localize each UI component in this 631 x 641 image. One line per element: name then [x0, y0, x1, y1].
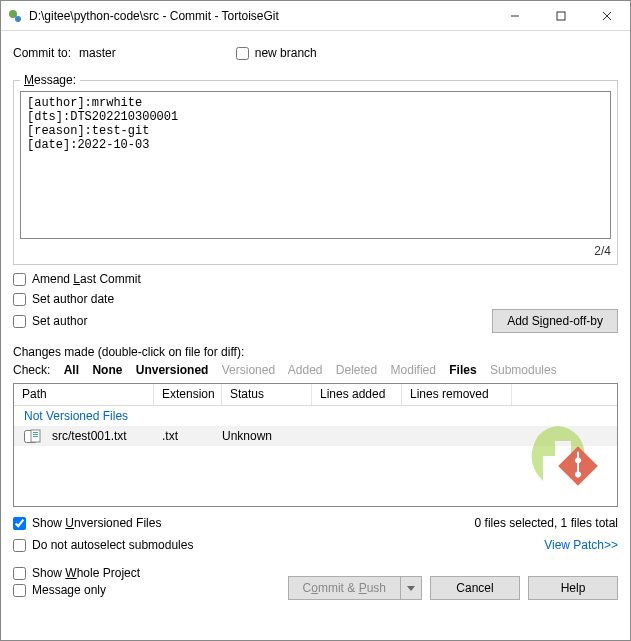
message-legend: Message: — [20, 73, 80, 87]
file-icon — [28, 429, 44, 443]
file-lines-added — [304, 434, 394, 438]
svg-point-11 — [574, 456, 582, 464]
do-not-autoselect-checkbox[interactable]: Do not autoselect submodules — [13, 538, 193, 552]
filter-all[interactable]: All — [64, 363, 79, 377]
filter-files[interactable]: Files — [449, 363, 476, 377]
amend-last-commit-checkbox[interactable]: Amend Last Commit — [13, 272, 618, 286]
show-whole-project-checkbox[interactable]: Show Whole Project — [13, 566, 288, 580]
svg-rect-10 — [558, 446, 598, 486]
message-only-checkbox[interactable]: Message only — [13, 583, 288, 597]
help-button[interactable]: Help — [528, 576, 618, 600]
svg-line-13 — [571, 460, 585, 474]
filter-added[interactable]: Added — [288, 363, 323, 377]
file-row[interactable]: src/test001.txt .txt Unknown — [14, 426, 617, 446]
svg-point-12 — [574, 470, 582, 478]
titlebar: D:\gitee\python-code\src - Commit - Tort… — [1, 1, 630, 31]
svg-point-0 — [9, 10, 17, 18]
show-unversioned-input[interactable] — [13, 517, 26, 530]
set-author-date-checkbox[interactable]: Set author date — [13, 292, 618, 306]
col-extension[interactable]: Extension — [154, 384, 222, 405]
svg-line-14 — [574, 452, 582, 460]
show-whole-project-input[interactable] — [13, 567, 26, 580]
filter-versioned[interactable]: Versioned — [222, 363, 275, 377]
close-button[interactable] — [584, 1, 630, 31]
col-lines-added[interactable]: Lines added — [312, 384, 402, 405]
commit-message-input[interactable] — [20, 91, 611, 239]
svg-rect-8 — [33, 434, 38, 435]
message-only-label: Message only — [32, 583, 106, 597]
do-not-autoselect-input[interactable] — [13, 539, 26, 552]
selection-summary: 0 files selected, 1 files total — [475, 516, 618, 530]
do-not-autoselect-label: Do not autoselect submodules — [32, 538, 193, 552]
filter-submodules[interactable]: Submodules — [490, 363, 557, 377]
new-branch-checkbox[interactable]: new branch — [236, 46, 317, 60]
filter-none[interactable]: None — [92, 363, 122, 377]
set-author-date-label: Set author date — [32, 292, 114, 306]
cancel-button[interactable]: Cancel — [430, 576, 520, 600]
maximize-button[interactable] — [538, 1, 584, 31]
check-label: Check: — [13, 363, 50, 377]
commit-push-button[interactable]: Commit & Push — [288, 576, 400, 600]
filter-modified[interactable]: Modified — [391, 363, 436, 377]
filter-deleted[interactable]: Deleted — [336, 363, 377, 377]
svg-point-1 — [15, 16, 21, 22]
set-author-label: Set author — [32, 314, 87, 328]
message-counter: 2/4 — [20, 244, 611, 258]
file-path: src/test001.txt — [44, 427, 154, 445]
show-whole-project-label: Show Whole Project — [32, 566, 140, 580]
col-lines-removed[interactable]: Lines removed — [402, 384, 512, 405]
filter-unversioned[interactable]: Unversioned — [136, 363, 209, 377]
file-lines-removed — [394, 434, 504, 438]
window-title: D:\gitee\python-code\src - Commit - Tort… — [29, 9, 492, 23]
svg-rect-9 — [33, 436, 38, 437]
file-list-header: Path Extension Status Lines added Lines … — [14, 384, 617, 406]
set-author-input[interactable] — [13, 315, 26, 328]
set-author-checkbox[interactable]: Set author — [13, 314, 87, 328]
message-only-input[interactable] — [13, 584, 26, 597]
message-group: Message: 2/4 — [13, 73, 618, 265]
add-signed-off-by-button[interactable]: Add Signed-off-by — [492, 309, 618, 333]
col-status[interactable]: Status — [222, 384, 312, 405]
section-not-versioned: Not Versioned Files — [14, 406, 617, 426]
minimize-button[interactable] — [492, 1, 538, 31]
file-ext: .txt — [154, 427, 214, 445]
commit-push-dropdown[interactable] — [400, 576, 422, 600]
app-icon — [7, 8, 23, 24]
show-unversioned-label: Show Unversioned Files — [32, 516, 161, 530]
amend-last-commit-label: Amend Last Commit — [32, 272, 141, 286]
show-unversioned-checkbox[interactable]: Show Unversioned Files — [13, 516, 161, 530]
check-filters: Check: All None Unversioned Versioned Ad… — [13, 363, 618, 377]
svg-rect-7 — [33, 432, 38, 433]
chevron-down-icon — [407, 584, 415, 592]
commit-to-label: Commit to: — [13, 46, 71, 60]
commit-push-split-button[interactable]: Commit & Push — [288, 576, 422, 600]
message-legend-text: essage: — [34, 73, 76, 87]
new-branch-input[interactable] — [236, 47, 249, 60]
svg-rect-3 — [557, 12, 565, 20]
file-status: Unknown — [214, 427, 304, 445]
branch-name: master — [79, 46, 116, 60]
file-list: Path Extension Status Lines added Lines … — [13, 383, 618, 507]
col-path[interactable]: Path — [14, 384, 154, 405]
changes-made-label: Changes made (double-click on file for d… — [13, 345, 618, 359]
new-branch-label: new branch — [255, 46, 317, 60]
amend-last-commit-input[interactable] — [13, 273, 26, 286]
commit-header-row: Commit to: master new branch — [13, 43, 618, 63]
view-patch-link[interactable]: View Patch>> — [544, 538, 618, 552]
set-author-date-input[interactable] — [13, 293, 26, 306]
svg-marker-15 — [407, 586, 415, 591]
